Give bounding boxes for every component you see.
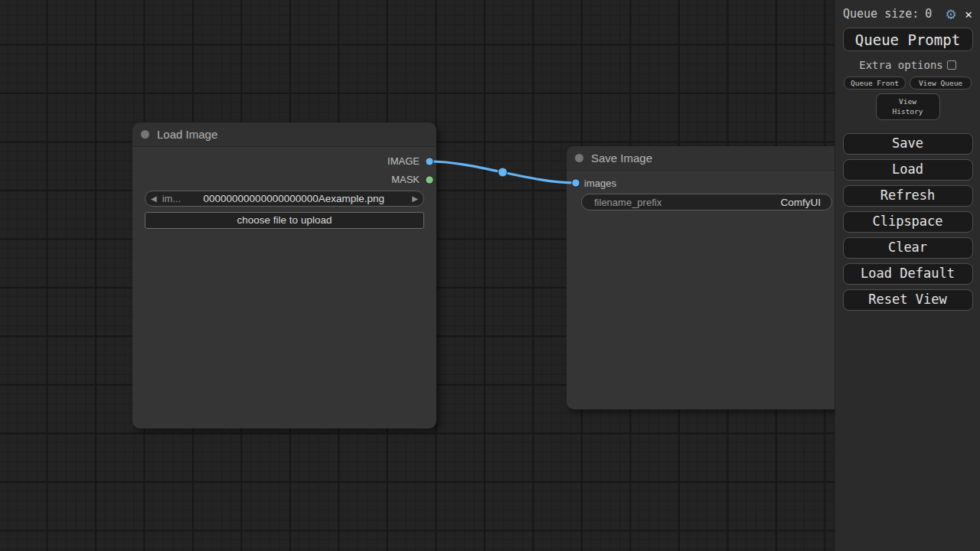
queue-size-label: Queue size: <box>843 7 919 21</box>
combo-left-arrow-icon[interactable]: ◀ <box>145 194 162 203</box>
choose-file-button[interactable]: choose file to upload <box>145 212 424 229</box>
combo-widget-value: 00000000000000000000Aexample.png <box>181 193 407 204</box>
node-save-image-titlebar[interactable]: Save Image <box>567 146 835 171</box>
node-save-image[interactable]: Save Image images filename_prefix ComfyU… <box>567 146 835 409</box>
reset-view-button[interactable]: Reset View <box>843 289 973 311</box>
clipspace-button[interactable]: Clipspace <box>843 211 973 233</box>
view-history-button[interactable]: View History <box>876 93 940 120</box>
close-menu-icon[interactable]: ✕ <box>965 7 972 21</box>
widget-value: ComfyUI <box>780 197 831 208</box>
output-label-image: IMAGE <box>328 155 420 168</box>
queue-size-value: 0 <box>925 7 932 21</box>
extra-options-checkbox[interactable] <box>947 60 956 70</box>
menu-header: Queue size: 0 ⚙ ✕ <box>835 0 980 23</box>
save-button[interactable]: Save <box>843 133 973 155</box>
load-default-button[interactable]: Load Default <box>843 263 973 285</box>
view-queue-button[interactable]: View Queue <box>910 77 972 90</box>
extra-options-label: Extra options <box>859 59 943 71</box>
comfy-menu: Queue size: 0 ⚙ ✕ Queue Prompt Extra opt… <box>835 0 980 551</box>
filename-prefix-widget[interactable]: filename_prefix ComfyUI <box>581 194 832 210</box>
node-status-dot-icon <box>141 130 149 139</box>
graph-canvas[interactable]: Load Image IMAGE MASK ◀ im... 0000000000… <box>0 0 835 551</box>
load-button[interactable]: Load <box>843 159 973 181</box>
combo-widget-name: im... <box>162 193 181 204</box>
refresh-button[interactable]: Refresh <box>843 185 973 207</box>
queue-controls-row: Queue Front View Queue <box>844 77 972 90</box>
combo-right-arrow-icon[interactable]: ▶ <box>407 194 423 203</box>
view-history-label: View History <box>887 96 929 117</box>
node-load-image[interactable]: Load Image IMAGE MASK ◀ im... 0000000000… <box>132 122 436 429</box>
node-status-dot-icon <box>575 154 583 162</box>
link-midpoint-dot[interactable] <box>498 168 508 177</box>
node-title: Save Image <box>591 152 652 165</box>
queue-prompt-button[interactable]: Queue Prompt <box>843 28 973 51</box>
image-filename-combo[interactable]: ◀ im... 00000000000000000000Aexample.png… <box>145 191 424 207</box>
queue-front-button[interactable]: Queue Front <box>844 77 906 90</box>
extra-options-row: Extra options <box>835 59 980 71</box>
clear-button[interactable]: Clear <box>843 237 973 259</box>
node-title: Load Image <box>157 128 217 141</box>
input-label-images: images <box>584 178 616 190</box>
output-label-mask: MASK <box>328 174 420 186</box>
image-link[interactable] <box>430 161 576 183</box>
settings-gear-icon[interactable]: ⚙ <box>946 6 956 21</box>
node-load-image-titlebar[interactable]: Load Image <box>132 122 436 147</box>
widget-name: filename_prefix <box>582 197 662 208</box>
